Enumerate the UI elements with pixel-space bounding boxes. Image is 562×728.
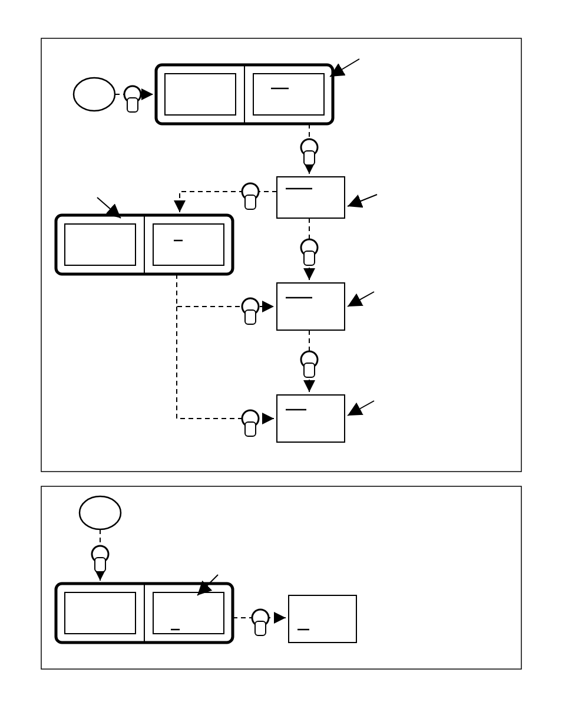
process-box-2 <box>277 283 345 330</box>
hand-cursor-icon <box>301 351 318 377</box>
svg-rect-15 <box>289 595 356 643</box>
hand-cursor-icon <box>301 239 318 265</box>
start-oval-2 <box>80 496 121 529</box>
callout-arrow-4 <box>348 292 374 307</box>
callout-arrow-2 <box>348 195 377 206</box>
svg-rect-10 <box>277 283 345 330</box>
hand-cursor-icon <box>124 86 141 112</box>
hand-cursor-icon <box>92 546 108 572</box>
process-box-3 <box>277 395 345 442</box>
diagram-canvas <box>0 0 562 728</box>
hand-cursor-icon <box>242 410 259 436</box>
hand-cursor-icon <box>242 183 259 209</box>
panel-box-bottom <box>56 584 233 643</box>
hand-cursor-icon <box>301 139 318 165</box>
svg-rect-7 <box>277 177 345 218</box>
start-oval-1 <box>74 78 115 111</box>
hand-cursor-icon <box>242 298 259 324</box>
process-box-4 <box>289 595 356 643</box>
flow-box2-to-sb3 <box>177 307 274 419</box>
flow-box2-to-sb2 <box>177 274 274 307</box>
callout-arrow-5 <box>348 401 374 416</box>
callout-arrow-1 <box>330 59 359 77</box>
svg-rect-12 <box>277 395 345 442</box>
process-box-1 <box>277 177 345 218</box>
panel-box-top <box>156 65 333 124</box>
hand-cursor-icon <box>252 610 269 635</box>
flow-sb1-to-box2 <box>180 192 277 212</box>
frame-top <box>41 38 521 472</box>
panel-box-left <box>56 215 233 274</box>
